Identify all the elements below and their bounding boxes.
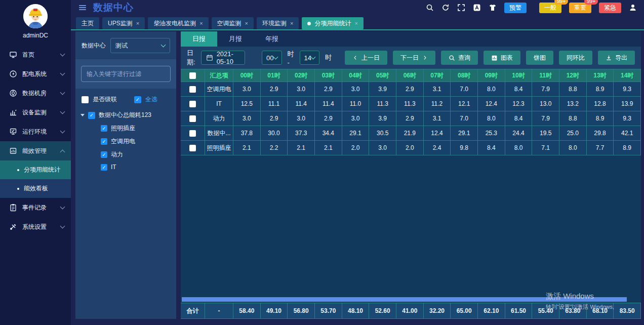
- header-tab-3[interactable]: 柴油发电机监测×: [148, 17, 208, 29]
- cascade-checkbox[interactable]: [82, 96, 89, 103]
- close-icon[interactable]: ×: [245, 20, 248, 26]
- sidebar-item-4[interactable]: 设备监测: [0, 103, 71, 122]
- toolbar-button-1[interactable]: 上一日: [345, 51, 387, 65]
- row-checkbox-cell: [181, 111, 205, 126]
- tree-child-label: 照明插座: [111, 124, 135, 133]
- table-row: IT12.511.111.411.411.011.311.311.212.112…: [181, 97, 641, 111]
- header-checkbox[interactable]: [189, 72, 196, 79]
- report-tab-1[interactable]: 日报: [181, 31, 217, 47]
- header-tab-1[interactable]: 主页: [76, 17, 99, 29]
- row-value-cell: 7.0: [451, 111, 478, 126]
- select-all-label[interactable]: 全选: [145, 95, 157, 104]
- cascade-label: 是否级联: [93, 95, 117, 104]
- row-checkbox-cell: [181, 97, 205, 111]
- close-icon[interactable]: ×: [199, 20, 203, 26]
- hamburger-menu-icon[interactable]: [78, 3, 87, 12]
- row-value-cell: 9.8: [451, 141, 478, 155]
- fullscreen-icon[interactable]: [457, 4, 465, 12]
- sidebar-item-3[interactable]: 数据机房: [0, 84, 71, 103]
- hour-from-select[interactable]: 00: [262, 51, 281, 65]
- row-checkbox[interactable]: [189, 115, 196, 122]
- toolbar-button-label: 同环比: [567, 54, 585, 62]
- row-value-cell: 37.8: [233, 126, 261, 141]
- date-input[interactable]: 2021-05-10: [201, 51, 245, 65]
- sidebar-subitem-2[interactable]: 能效看板: [0, 179, 71, 198]
- alarm-button-预警[interactable]: 预警: [504, 3, 527, 13]
- horizontal-scrollbar[interactable]: [182, 297, 627, 302]
- search-icon[interactable]: [426, 4, 434, 12]
- header: 数据中心 预警一般99+重要99+紧急 主页UPS监测×柴油发电机监测×空调监测…: [71, 0, 644, 30]
- toolbar-button-3[interactable]: 查询: [441, 51, 478, 65]
- header-label-cell: 汇总项: [205, 69, 233, 82]
- tree-caret-icon[interactable]: [80, 114, 85, 116]
- toolbar-button-2[interactable]: 下一日: [393, 51, 435, 65]
- tree-search-input[interactable]: [81, 66, 171, 82]
- row-value-cell: 12.5: [233, 97, 261, 111]
- tree-child-checkbox[interactable]: ✓: [101, 138, 107, 145]
- tree-root-checkbox[interactable]: ✓: [88, 112, 95, 119]
- refresh-icon[interactable]: [441, 4, 450, 12]
- alarm-badge: 99+: [554, 0, 568, 5]
- header-tab-2[interactable]: UPS监测×: [102, 17, 145, 29]
- settings-icon: [9, 223, 17, 231]
- alarm-button-一般[interactable]: 一般99+: [539, 3, 561, 13]
- row-checkbox[interactable]: [189, 130, 196, 137]
- sidebar-subitem-1[interactable]: 分项用能统计: [0, 160, 71, 179]
- tree-child-3[interactable]: ✓动力: [80, 146, 176, 159]
- row-value-cell: 12.8: [587, 97, 614, 111]
- sidebar-item-1[interactable]: 首页: [0, 45, 71, 64]
- tree-child-checkbox[interactable]: ✓: [101, 164, 107, 171]
- theme-shirt-icon[interactable]: [489, 4, 497, 12]
- tree-child-2[interactable]: ✓空调用电: [80, 133, 176, 146]
- tree-child-1[interactable]: ✓照明插座: [80, 119, 176, 133]
- sidebar-item-5[interactable]: 运行环境: [0, 122, 71, 141]
- report-tab-2[interactable]: 月报: [217, 31, 254, 47]
- hour-to-select[interactable]: 14: [300, 51, 319, 65]
- tree-children: ✓照明插座✓空调用电✓动力✓IT: [80, 119, 176, 171]
- sidebar-item-7[interactable]: 事件记录: [0, 198, 71, 217]
- alarm-button-紧急[interactable]: 紧急: [599, 3, 621, 13]
- chevron-down-icon: [60, 71, 65, 76]
- toolbar-button-5[interactable]: 饼图: [526, 51, 553, 65]
- header-tab-4[interactable]: 空调监测×: [212, 17, 254, 29]
- close-icon[interactable]: ×: [354, 20, 357, 26]
- row-checkbox[interactable]: [189, 86, 196, 93]
- search-small-icon: [449, 55, 455, 61]
- row-checkbox[interactable]: [189, 145, 196, 151]
- sidebar-menu: 首页配电系统数据机房设备监测运行环境能效管理分项用能统计能效看板事件记录系统设置: [0, 45, 71, 236]
- sidebar-item-8[interactable]: 系统设置: [0, 217, 71, 236]
- user-icon[interactable]: [629, 4, 637, 12]
- toolbar-button-7[interactable]: 导出: [598, 51, 635, 65]
- row-value-cell: 7.7: [587, 141, 614, 155]
- table-total-row: 合计-58.4049.1056.8053.7048.1052.6041.0032…: [181, 303, 641, 319]
- report-tab-3[interactable]: 年报: [254, 31, 290, 47]
- total-value-cell: 49.10: [261, 303, 288, 319]
- header-hour-cell: 03时: [315, 69, 342, 82]
- tree-child-checkbox[interactable]: ✓: [101, 151, 107, 158]
- tree-root-row[interactable]: ✓ 数据中心总能耗123: [80, 111, 176, 119]
- toolbar-button-6[interactable]: 同环比: [559, 51, 592, 65]
- page-title: 数据中心: [93, 1, 134, 14]
- close-icon[interactable]: ×: [136, 20, 139, 26]
- bullet-icon: [17, 169, 19, 171]
- total-value-cell: 68.10: [587, 303, 614, 319]
- header-hour-cell: 00时: [233, 69, 261, 82]
- datacenter-select[interactable]: 测试: [110, 38, 170, 53]
- select-all-checkbox[interactable]: ✓: [134, 96, 141, 103]
- row-value-cell: 34.4: [315, 126, 342, 141]
- alarm-button-重要[interactable]: 重要99+: [569, 3, 591, 13]
- row-label-cell: IT: [205, 97, 233, 111]
- chevron-down-icon: [60, 52, 65, 57]
- tree-child-checkbox[interactable]: ✓: [101, 125, 107, 132]
- toolbar-button-4[interactable]: 图表: [484, 51, 520, 65]
- tree-child-4[interactable]: ✓IT: [80, 159, 176, 171]
- row-checkbox[interactable]: [189, 101, 196, 107]
- translate-icon[interactable]: [473, 4, 481, 12]
- header-tab-6[interactable]: 分项用能统计×: [302, 17, 363, 29]
- close-icon[interactable]: ×: [290, 20, 293, 26]
- sidebar-item-6[interactable]: 能效管理: [0, 141, 71, 160]
- header-tab-5[interactable]: 环境监测×: [257, 17, 299, 29]
- sidebar-item-2[interactable]: 配电系统: [0, 64, 71, 84]
- row-value-cell: 11.1: [261, 97, 288, 111]
- avatar[interactable]: [23, 4, 48, 28]
